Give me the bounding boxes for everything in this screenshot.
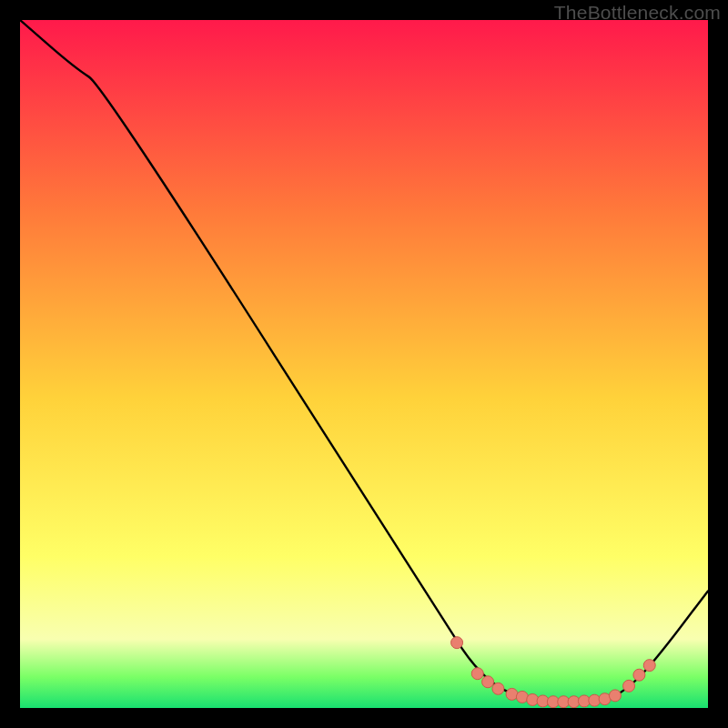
data-marker [482, 676, 494, 688]
data-marker [623, 680, 635, 692]
bottleneck-chart [20, 20, 708, 708]
data-marker [633, 669, 645, 681]
data-marker [451, 637, 463, 649]
data-marker [643, 660, 655, 672]
data-marker [609, 690, 621, 702]
chart-stage: TheBottleneck.com [0, 0, 728, 728]
data-marker [492, 682, 504, 694]
data-marker [471, 668, 483, 680]
